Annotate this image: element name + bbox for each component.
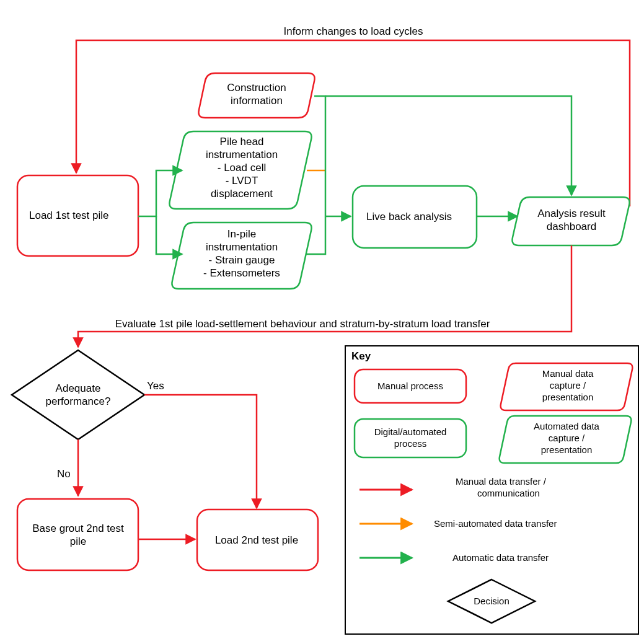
label-liveback: Live back analysis [366, 211, 452, 223]
edge-load1-fork2 [156, 216, 182, 254]
edge-construction-to-dashboard [325, 96, 571, 195]
label-inpile-1: In-pile [227, 228, 256, 240]
label-no: No [57, 468, 71, 480]
edge-dashboard-to-decision [78, 245, 571, 347]
label-pilehead-1: Pile head [220, 136, 264, 148]
flowchart-diagram: Inform changes to load cycles Load 1st t… [0, 0, 644, 644]
legend-digital-2: process [394, 438, 427, 449]
node-decision-adequate-performance [12, 350, 144, 439]
label-dashboard-2: dashboard [547, 221, 596, 232]
label-inpile-4: - Extensometers [203, 267, 280, 279]
label-load-1st: Load 1st test pile [29, 210, 109, 221]
label-dashboard-1: Analysis result [537, 208, 606, 219]
legend-manual-transfer-1: Manual data transfer / [456, 476, 547, 487]
legend-manual-data-3: presentation [542, 392, 594, 402]
legend-auto-data-3: presentation [541, 444, 593, 455]
legend-digital-1: Digital/automated [374, 426, 447, 437]
legend-manual-data-1: Manual data [542, 368, 594, 379]
label-pilehead-2: instrumentation [206, 149, 278, 161]
label-pilehead-4: - LVDT [226, 175, 258, 187]
edge-yes [144, 395, 257, 508]
node-base-grout-2nd-test-pile [17, 499, 138, 570]
label-basegrout-1: Base grout 2nd test [32, 523, 124, 534]
label-yes: Yes [147, 380, 164, 392]
legend-title: Key [351, 350, 371, 362]
legend-auto-data-1: Automated data [534, 421, 600, 431]
legend-auto-transfer: Automatic data transfer [452, 552, 549, 563]
legend-auto-data-2: capture / [549, 433, 585, 443]
label-inpile-2: instrumentation [206, 241, 278, 253]
legend-manual-process-label: Manual process [377, 381, 443, 391]
legend-decision-label: Decision [474, 596, 509, 606]
label-load2: Load 2nd test pile [215, 534, 298, 546]
legend-semi-auto: Semi-automated data transfer [434, 518, 557, 529]
label-pilehead-5: displacement [211, 188, 273, 200]
label-pilehead-3: - Load cell [218, 162, 266, 174]
label-evaluate: Evaluate 1st pile load-settlement behavi… [115, 318, 490, 330]
legend-manual-data-2: capture / [550, 380, 586, 390]
label-inform-changes: Inform changes to load cycles [284, 25, 423, 37]
edge-inform-changes [76, 40, 630, 206]
label-decision-2: performance? [46, 395, 111, 407]
label-basegrout-2: pile [70, 536, 86, 547]
label-construction-2: information [231, 95, 283, 107]
legend-manual-transfer-2: communication [477, 488, 540, 498]
label-inpile-3: - Strain gauge [209, 254, 275, 266]
label-decision-1: Adequate [56, 382, 101, 394]
label-construction-1: Construction [227, 82, 286, 94]
